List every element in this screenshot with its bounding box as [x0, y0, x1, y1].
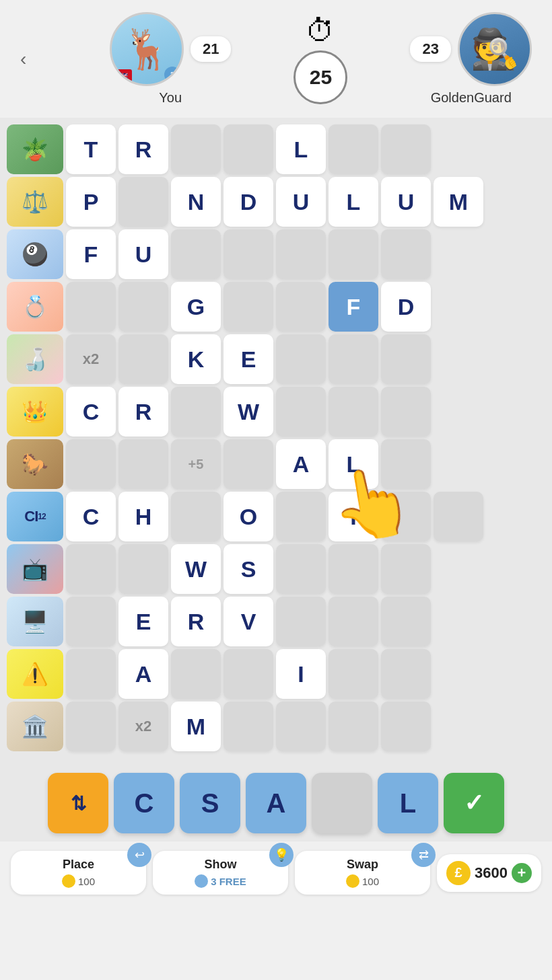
currency-value: 3600: [475, 864, 508, 882]
cell[interactable]: M: [434, 177, 483, 227]
cell[interactable]: O: [223, 492, 273, 541]
cell-empty[interactable]: [381, 387, 431, 437]
confirm-button[interactable]: ✓: [444, 773, 504, 833]
cell-empty[interactable]: [171, 492, 221, 541]
cell-empty[interactable]: [381, 334, 431, 384]
cell-empty[interactable]: [329, 649, 378, 699]
cell-empty[interactable]: [381, 702, 431, 751]
cell[interactable]: P: [66, 177, 116, 227]
cell-empty[interactable]: [276, 544, 326, 594]
cell-empty[interactable]: [171, 229, 221, 279]
cell[interactable]: V: [223, 597, 273, 646]
cell-empty[interactable]: [118, 334, 168, 384]
cell-empty[interactable]: [329, 334, 378, 384]
cell-empty[interactable]: [276, 282, 326, 332]
tile-empty[interactable]: [312, 773, 372, 833]
cell-empty[interactable]: [66, 544, 116, 594]
cell[interactable]: W: [223, 387, 273, 437]
cell-empty[interactable]: [381, 124, 431, 174]
cell[interactable]: W: [171, 544, 221, 594]
cell-empty[interactable]: [329, 124, 378, 174]
cell[interactable]: R: [118, 387, 168, 437]
cell-multiplier[interactable]: x2: [118, 702, 168, 751]
cell-empty[interactable]: [276, 597, 326, 646]
cell-empty[interactable]: [223, 282, 273, 332]
swap-button[interactable]: ⇄ Swap 100: [295, 851, 430, 895]
cell-empty[interactable]: [381, 439, 431, 489]
cell[interactable]: I: [329, 492, 378, 541]
cell-empty[interactable]: [66, 439, 116, 489]
cell-empty[interactable]: [276, 702, 326, 751]
cell[interactable]: D: [381, 282, 431, 332]
cell-empty[interactable]: [171, 387, 221, 437]
cell[interactable]: U: [276, 177, 326, 227]
tile-C[interactable]: C: [114, 773, 174, 833]
cell-empty[interactable]: [118, 177, 168, 227]
show-button[interactable]: 💡 Show 3 FREE: [153, 851, 288, 895]
cell[interactable]: C: [66, 492, 116, 541]
cell[interactable]: U: [381, 177, 431, 227]
cell[interactable]: H: [118, 492, 168, 541]
cell[interactable]: A: [276, 439, 326, 489]
cell-empty[interactable]: [329, 597, 378, 646]
cell[interactable]: T: [66, 124, 116, 174]
cell-empty[interactable]: [118, 439, 168, 489]
cell-empty[interactable]: [381, 544, 431, 594]
cell[interactable]: L: [329, 439, 378, 489]
cell[interactable]: K: [171, 334, 221, 384]
back-button[interactable]: ‹: [20, 48, 47, 70]
cell-empty[interactable]: [329, 387, 378, 437]
cell-empty[interactable]: [276, 492, 326, 541]
grid-cells: F U: [66, 229, 431, 279]
tile-L[interactable]: L: [378, 773, 438, 833]
cell-empty[interactable]: [329, 544, 378, 594]
cell-empty[interactable]: [223, 229, 273, 279]
cell-empty[interactable]: [223, 649, 273, 699]
cell-empty[interactable]: [66, 702, 116, 751]
cell-empty[interactable]: [381, 597, 431, 646]
cell[interactable]: L: [329, 177, 378, 227]
swap-tile-button[interactable]: ⇅: [48, 773, 108, 833]
cell-empty[interactable]: [118, 544, 168, 594]
cell[interactable]: F: [66, 229, 116, 279]
cell[interactable]: R: [118, 124, 168, 174]
cell-empty[interactable]: [381, 649, 431, 699]
cell-empty[interactable]: [329, 229, 378, 279]
tile-S[interactable]: S: [180, 773, 240, 833]
cell-empty[interactable]: [434, 492, 483, 541]
cell[interactable]: G: [171, 282, 221, 332]
cell[interactable]: S: [223, 544, 273, 594]
cell[interactable]: D: [223, 177, 273, 227]
cell[interactable]: I: [276, 649, 326, 699]
cell-empty[interactable]: [223, 124, 273, 174]
cell-empty[interactable]: [171, 124, 221, 174]
cell[interactable]: C: [66, 387, 116, 437]
cell[interactable]: R: [171, 597, 221, 646]
cell[interactable]: E: [223, 334, 273, 384]
cell-multiplier[interactable]: x2: [66, 334, 116, 384]
cell-empty[interactable]: [381, 492, 431, 541]
cell[interactable]: A: [118, 649, 168, 699]
cell[interactable]: U: [118, 229, 168, 279]
cell[interactable]: L: [276, 124, 326, 174]
cell-empty[interactable]: [66, 649, 116, 699]
cell-empty[interactable]: [118, 282, 168, 332]
cell[interactable]: N: [171, 177, 221, 227]
cell-empty[interactable]: [223, 439, 273, 489]
cell[interactable]: E: [118, 597, 168, 646]
cell-empty[interactable]: [276, 387, 326, 437]
cell-empty[interactable]: [276, 334, 326, 384]
cell-hint[interactable]: F: [329, 282, 378, 332]
add-currency-button[interactable]: +: [512, 863, 532, 883]
cell-empty[interactable]: [276, 229, 326, 279]
place-button[interactable]: ↩ Place 100: [11, 851, 146, 895]
tile-A[interactable]: A: [246, 773, 306, 833]
cell-empty[interactable]: [223, 702, 273, 751]
cell[interactable]: M: [171, 702, 221, 751]
cell-empty[interactable]: [66, 282, 116, 332]
cell-empty[interactable]: [171, 649, 221, 699]
cell-empty[interactable]: [381, 229, 431, 279]
cell-empty[interactable]: [66, 597, 116, 646]
cell-empty[interactable]: [329, 702, 378, 751]
cell-plus[interactable]: +5: [171, 439, 221, 489]
